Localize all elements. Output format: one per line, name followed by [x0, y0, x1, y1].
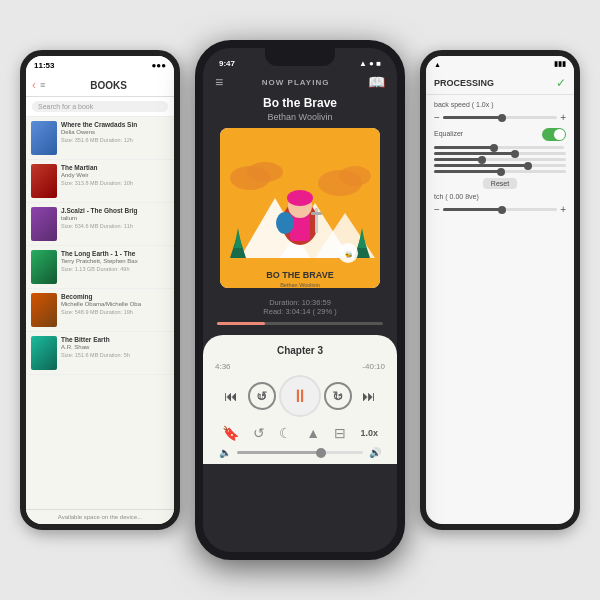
left-header-title: BOOKS	[49, 80, 168, 91]
pitch-slider-row: − +	[434, 204, 566, 215]
progress-fill	[217, 322, 265, 325]
playback-speed-slider-row: − +	[434, 112, 566, 123]
sleep-timer-icon[interactable]: ☾	[279, 425, 292, 441]
library-icon[interactable]: 📖	[368, 74, 385, 90]
list-item[interactable]: The Long Earth - 1 - The Terry Pratchett…	[26, 246, 174, 289]
list-item[interactable]: The Bitter Earth A.R. Shaw Size: 151.6 M…	[26, 332, 174, 375]
check-icon[interactable]: ✓	[556, 76, 566, 90]
eq-slider-row	[434, 152, 566, 155]
bottom-player: Chapter 3 4:36 -40:10 ⏮ ↺ 15 ⏸ ↻ 15 ⏭ 🔖	[203, 335, 397, 464]
play-pause-button[interactable]: ⏸	[279, 375, 321, 417]
right-header: PROCESSING ✓	[426, 72, 574, 95]
book-meta: Size: 151.6 MB Duration: 5h	[61, 352, 169, 358]
list-item[interactable]: The Martian Andy Weir Size: 313.8 MB Dur…	[26, 160, 174, 203]
eq-track-1[interactable]	[434, 146, 564, 149]
eq-thumb-5	[497, 168, 505, 176]
equalizer-label: Equalizer	[434, 130, 463, 137]
book-cover-thumbnail	[31, 293, 57, 327]
speed-badge[interactable]: 1.0x	[360, 428, 378, 438]
playback-speed-track[interactable]	[443, 116, 557, 119]
pitch-plus[interactable]: +	[560, 204, 566, 215]
eq-track-5[interactable]	[434, 170, 566, 173]
equalizer-toggle-row: Equalizer	[434, 128, 566, 141]
read-progress: Read: 3:04:14 ( 29% )	[203, 307, 397, 316]
album-art: BO THE BRAVE Bethan Woolivin 🐝	[220, 128, 380, 288]
equalizer-icon[interactable]: ⊟	[334, 425, 346, 441]
list-item[interactable]: J.Scalzi - The Ghost Brig talium Size: 6…	[26, 203, 174, 246]
eq-thumb-3	[478, 156, 486, 164]
equalizer-toggle[interactable]	[542, 128, 566, 141]
book-cover-thumbnail	[31, 250, 57, 284]
volume-high-icon: 🔊	[369, 447, 381, 458]
svg-text:BO THE BRAVE: BO THE BRAVE	[266, 270, 333, 280]
eq-track-4[interactable]	[434, 164, 566, 167]
book-title: Where the Crawdads Sin	[61, 121, 169, 129]
pitch-minus[interactable]: −	[434, 204, 440, 215]
volume-slider[interactable]	[237, 451, 363, 454]
back-arrow-icon[interactable]: ‹	[32, 78, 36, 92]
search-input[interactable]: Search for a book	[32, 101, 168, 112]
control-row: ⏮ ↺ 15 ⏸ ↻ 15 ⏭	[215, 375, 385, 417]
bookmark-icon[interactable]: 🔖	[222, 425, 239, 441]
book-meta: Size: 351.6 MB Duration: 12h	[61, 137, 169, 143]
scene: 11:53 ●●● ‹ ≡ BOOKS Search for a book Wh…	[20, 20, 580, 580]
eq-sliders	[434, 146, 566, 173]
book-meta: Size: 548.9 MB Duration: 19h	[61, 309, 169, 315]
left-status-bar: 11:53 ●●●	[26, 56, 174, 74]
fast-forward-button[interactable]: ⏭	[355, 382, 383, 410]
right-wifi: ▲	[434, 61, 441, 68]
svg-point-4	[339, 166, 371, 186]
left-time: 11:53	[34, 61, 54, 70]
progress-track[interactable]	[217, 322, 383, 325]
right-battery: ▮▮▮	[554, 60, 566, 68]
search-bar[interactable]: Search for a book	[26, 97, 174, 117]
center-status-icons: ▲ ● ■	[359, 59, 381, 68]
book-author: Delia Owens	[61, 129, 169, 136]
eq-slider-row	[434, 170, 566, 173]
eq-slider-row	[434, 158, 566, 161]
minus-button[interactable]: −	[434, 112, 440, 123]
volume-row: 🔈 🔊	[215, 447, 385, 458]
now-playing-header: ≡ NOW PLAYING 📖	[203, 70, 397, 94]
action-row: 🔖 ↺ ☾ ▲ ⊟ 1.0x	[215, 425, 385, 441]
time-row: 4:36 -40:10	[215, 362, 385, 371]
eq-track-3[interactable]	[434, 158, 566, 161]
volume-fill	[237, 451, 319, 454]
eq-track-2[interactable]	[434, 152, 566, 155]
book-author: Andy Weir	[61, 172, 169, 179]
book-title: The Long Earth - 1 - The	[61, 250, 169, 258]
book-title: Becoming	[61, 293, 169, 301]
progress-section	[203, 318, 397, 329]
repeat-icon[interactable]: ↺	[253, 425, 265, 441]
center-book-author: Bethan Woolivin	[203, 112, 397, 128]
reset-button[interactable]: Reset	[483, 178, 517, 189]
book-title: The Bitter Earth	[61, 336, 169, 344]
rewind-button[interactable]: ⏮	[217, 382, 245, 410]
skip-fwd-button[interactable]: ↻ 15	[324, 382, 352, 410]
eq-thumb-2	[511, 150, 519, 158]
list-item[interactable]: Where the Crawdads Sin Delia Owens Size:…	[26, 117, 174, 160]
book-title: The Martian	[61, 164, 169, 172]
book-cover-thumbnail	[31, 121, 57, 155]
svg-text:Bethan Woolivin: Bethan Woolivin	[280, 282, 320, 288]
pitch-track[interactable]	[443, 208, 557, 211]
svg-text:🐝: 🐝	[345, 251, 353, 259]
airplay-icon[interactable]: ▲	[306, 425, 320, 441]
skip-back-label: 15	[258, 393, 266, 400]
volume-low-icon: 🔈	[219, 447, 231, 458]
skip-back-button[interactable]: ↺ 15	[248, 382, 276, 410]
book-meta: Size: 1.13 GB Duration: 49h	[61, 266, 169, 272]
hamburger-icon[interactable]: ≡	[40, 80, 45, 90]
phone-center: 9:47 ▲ ● ■ ≡ NOW PLAYING 📖 Bo the Brave …	[195, 40, 405, 560]
book-author: Terry Pratchett, Stephen Bax	[61, 258, 169, 265]
eq-thumb-1	[490, 144, 498, 152]
now-playing-label: NOW PLAYING	[262, 78, 330, 87]
list-item[interactable]: Becoming Michelle Obama/Michelle Oba Siz…	[26, 289, 174, 332]
left-status-icons: ●●●	[152, 61, 167, 70]
left-footer: Available space on the device...	[26, 509, 174, 524]
menu-icon[interactable]: ≡	[215, 74, 223, 90]
plus-button[interactable]: +	[560, 112, 566, 123]
duration-info: Duration: 10:36:59 Read: 3:04:14 ( 29% )	[203, 296, 397, 318]
phone-left: 11:53 ●●● ‹ ≡ BOOKS Search for a book Wh…	[20, 50, 180, 530]
duration-label: Duration: 10:36:59	[203, 298, 397, 307]
